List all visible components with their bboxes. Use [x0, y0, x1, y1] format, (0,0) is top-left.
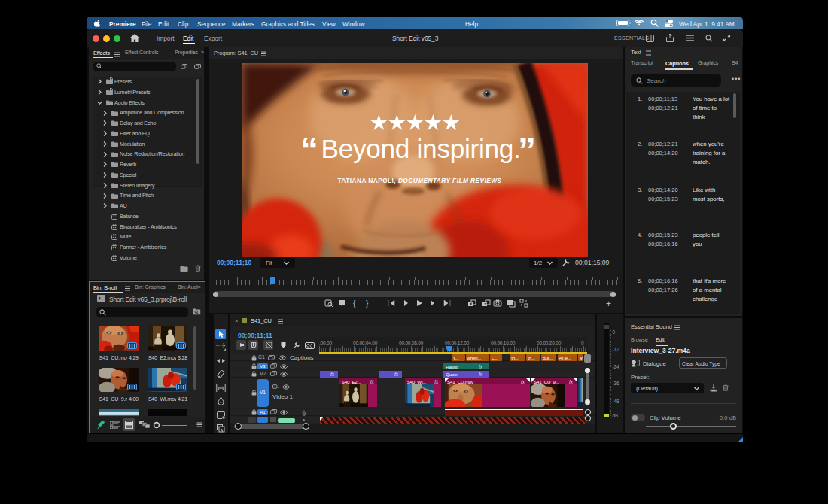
svg-text:“: “: [300, 130, 318, 170]
svg-text:Beyond inspiring.: Beyond inspiring.: [321, 134, 521, 163]
svg-text:”: ”: [518, 130, 536, 170]
svg-text:TATIANA NAPOLI, DOCUMENTARY FI: TATIANA NAPOLI, DOCUMENTARY FILM REVIEWS: [338, 177, 502, 184]
